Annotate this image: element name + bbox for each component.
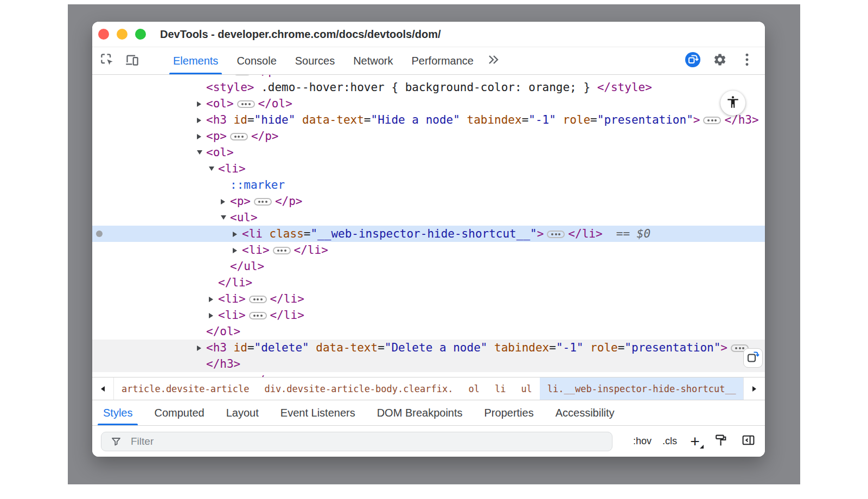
code-token-tag: </p> — [275, 195, 303, 208]
expand-arrow-icon[interactable] — [197, 340, 206, 356]
dom-tree-row[interactable]: </li> — [92, 274, 765, 291]
breadcrumb-item[interactable]: article.devsite-article — [114, 378, 257, 400]
tab-network[interactable]: Network — [344, 47, 402, 74]
dom-tree-row[interactable]: <h3 id="delete" data-text="Delete a node… — [92, 340, 765, 356]
rendering-emulation-button[interactable] — [713, 433, 729, 450]
ellipsis-expand-button[interactable] — [703, 117, 721, 124]
sidebar-tab-accessibility[interactable]: Accessibility — [545, 400, 626, 425]
expand-arrow-icon[interactable] — [209, 291, 218, 307]
code-token-tag: <ol> — [206, 146, 234, 159]
zoom-button[interactable] — [135, 29, 146, 40]
new-style-rule-button[interactable]: + — [688, 433, 702, 450]
breadcrumb-item[interactable]: li.__web-inspector-hide-shortcut__ — [540, 378, 743, 400]
dom-tree-row[interactable]: <p></p> — [92, 128, 765, 144]
dom-tree-row[interactable]: <h3 id="hide" data-text="Hide a node" ta… — [92, 112, 765, 128]
code-token-tag: > — [693, 113, 700, 126]
ellipsis-expand-button[interactable] — [237, 100, 255, 108]
breadcrumb-scroll-right-button[interactable] — [743, 378, 765, 400]
dom-tree-row[interactable]: <ol> — [92, 144, 765, 161]
dom-tree[interactable]: </p><style> .demo--hover:hover { backgro… — [92, 75, 765, 377]
expand-arrow-icon[interactable] — [209, 307, 218, 323]
dom-tree-row[interactable]: </ul> — [92, 258, 765, 274]
dom-tree-row[interactable]: <li> — [92, 161, 765, 177]
main-menu-button[interactable] — [738, 52, 756, 70]
dom-tree-row[interactable]: <p></p> — [92, 372, 765, 377]
switch-view-button[interactable] — [743, 348, 763, 368]
expand-arrow-icon[interactable] — [197, 372, 206, 377]
inspect-element-button[interactable] — [98, 52, 116, 70]
code-token-tag: </li> — [270, 292, 304, 305]
minimize-button[interactable] — [117, 29, 127, 40]
code-token-tag: <li> — [218, 162, 246, 175]
code-token-attr: data-text — [295, 113, 363, 126]
close-button[interactable] — [98, 29, 109, 40]
breadcrumb-scroll-left-button[interactable] — [92, 378, 114, 400]
code-token-tag: </li> — [270, 309, 304, 322]
expand-arrow-icon[interactable] — [197, 112, 206, 128]
dom-tree-row[interactable]: <li></li> — [92, 307, 765, 323]
dom-tree-row[interactable]: <style> .demo--hover:hover { background-… — [92, 79, 765, 95]
sidebar-tab-computed[interactable]: Computed — [143, 400, 215, 425]
toggle-sidebar-button[interactable] — [740, 433, 756, 450]
code-token-tag: <h3 — [206, 341, 227, 354]
expand-arrow-icon[interactable] — [197, 95, 206, 112]
expand-arrow-icon[interactable] — [221, 193, 230, 209]
devtools-toolbar: ElementsConsoleSourcesNetworkPerformance — [92, 47, 765, 75]
sync-icon — [685, 52, 701, 70]
ellipsis-expand-button[interactable] — [230, 133, 248, 140]
expand-arrow-icon[interactable] — [233, 242, 242, 258]
code-token-val: "delete" — [254, 341, 309, 354]
dom-tree-row[interactable]: <ul> — [92, 209, 765, 226]
dom-tree-row[interactable]: </ol> — [92, 323, 765, 340]
sidebar-tab-dom-breakpoints[interactable]: DOM Breakpoints — [366, 400, 474, 425]
sidebar-tab-layout[interactable]: Layout — [215, 400, 270, 425]
dom-tree-row[interactable]: <li></li> — [92, 291, 765, 307]
tab-console[interactable]: Console — [227, 47, 285, 74]
dom-tree-row[interactable]: ::marker — [92, 177, 765, 193]
tab-elements[interactable]: Elements — [164, 47, 227, 74]
triangle-right-icon — [752, 386, 756, 392]
sync-button[interactable] — [684, 52, 702, 70]
code-token-val: "-1" — [528, 113, 556, 126]
dom-tree-row[interactable]: <ol></ol> — [92, 95, 765, 112]
accessibility-tree-button[interactable] — [720, 91, 745, 116]
plus-icon: + — [690, 434, 700, 449]
code-token-pseudo: ::marker — [230, 178, 285, 191]
ellipsis-expand-button[interactable] — [249, 296, 267, 303]
tab-performance[interactable]: Performance — [403, 47, 483, 74]
breadcrumb-item[interactable]: li — [487, 378, 513, 400]
pseudo-state-toggle[interactable]: :hov — [633, 436, 652, 447]
expand-arrow-icon[interactable] — [221, 209, 230, 226]
tab-sources[interactable]: Sources — [286, 47, 344, 74]
dom-tree-row[interactable]: <li class="__web-inspector-hide-shortcut… — [92, 226, 765, 242]
chevron-double-right-icon — [487, 54, 500, 68]
ellipsis-expand-button[interactable] — [249, 312, 267, 319]
expand-arrow-icon[interactable] — [233, 226, 242, 242]
settings-button[interactable] — [711, 52, 729, 70]
ellipsis-expand-button[interactable] — [233, 75, 251, 75]
expand-arrow-icon[interactable] — [197, 144, 206, 161]
sidebar-tab-styles[interactable]: Styles — [92, 400, 143, 425]
styles-filter-input[interactable] — [130, 435, 605, 448]
sidebar-toggle-icon — [742, 433, 755, 449]
dom-tree-row[interactable]: </p> — [92, 75, 765, 79]
more-tabs-button[interactable] — [485, 52, 501, 70]
code-token-tag: </ol> — [258, 97, 292, 110]
dom-tree-row[interactable]: <p></p> — [92, 193, 765, 209]
device-toolbar-button[interactable] — [123, 52, 141, 70]
breadcrumb-item[interactable]: ul — [513, 378, 539, 400]
expand-arrow-icon[interactable] — [209, 161, 218, 177]
ellipsis-expand-button[interactable] — [254, 198, 272, 206]
breadcrumb-item[interactable]: div.devsite-article-body.clearfix. — [257, 378, 461, 400]
sidebar-tab-event-listeners[interactable]: Event Listeners — [270, 400, 366, 425]
ellipsis-expand-button[interactable] — [273, 247, 291, 254]
element-classes-toggle[interactable]: .cls — [662, 436, 677, 447]
window-title: DevTools - developer.chrome.com/docs/dev… — [160, 28, 441, 41]
dom-tree-row[interactable]: </h3> — [92, 356, 765, 372]
code-token-attr: class — [263, 227, 304, 240]
sidebar-tab-properties[interactable]: Properties — [474, 400, 545, 425]
ellipsis-expand-button[interactable] — [547, 231, 565, 238]
expand-arrow-icon[interactable] — [197, 128, 206, 144]
breadcrumb-item[interactable]: ol — [461, 378, 487, 400]
dom-tree-row[interactable]: <li></li> — [92, 242, 765, 258]
